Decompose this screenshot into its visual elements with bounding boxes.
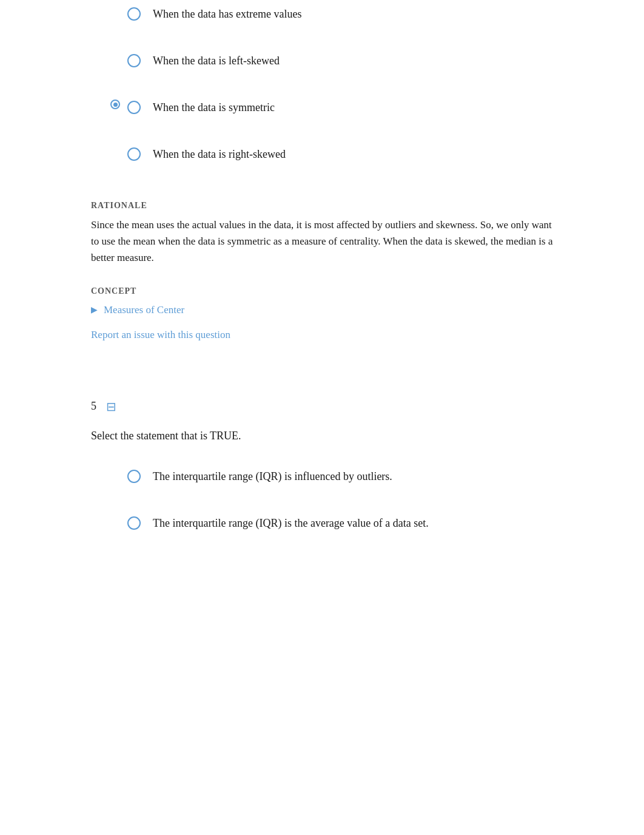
answer-option-3[interactable]: When the data is symmetric xyxy=(91,93,553,116)
answer-option-2[interactable]: When the data is left-skewed xyxy=(91,47,553,69)
answer-text-2: When the data is left-skewed xyxy=(153,55,280,67)
radio-button-4[interactable] xyxy=(127,147,141,161)
answer-option-4[interactable]: When the data is right-skewed xyxy=(91,140,553,163)
answer-text-5a: The interquartile range (IQR) is influen… xyxy=(153,470,392,482)
radio-button-1[interactable] xyxy=(127,7,141,21)
answer-text-1: When the data has extreme values xyxy=(153,8,301,20)
question-prompt: Select the statement that is TRUE. xyxy=(91,428,553,444)
concept-link[interactable]: Measures of Center xyxy=(104,302,184,318)
rationale-label: RATIONALE xyxy=(91,199,553,212)
answer-text-5b: The interquartile range (IQR) is the ave… xyxy=(153,517,429,529)
answer-option-5a[interactable]: The interquartile range (IQR) is influen… xyxy=(91,462,553,485)
question-number-row: 5 ⊟ xyxy=(91,397,553,416)
radio-button-5a[interactable] xyxy=(127,470,141,483)
answer-text-3: When the data is symmetric xyxy=(153,101,275,113)
radio-button-3-right[interactable] xyxy=(127,101,141,114)
answer-text-4: When the data is right-skewed xyxy=(153,148,286,160)
rationale-section: RATIONALE Since the mean uses the actual… xyxy=(91,187,553,266)
concept-link-row: ▶ Measures of Center xyxy=(91,302,553,318)
answer-option-1[interactable]: When the data has extreme values xyxy=(91,0,553,22)
rationale-text: Since the mean uses the actual values in… xyxy=(91,217,553,266)
page-container: When the data has extreme values When th… xyxy=(0,0,644,592)
concept-label: CONCEPT xyxy=(91,285,553,297)
answer-option-5b[interactable]: The interquartile range (IQR) is the ave… xyxy=(91,509,553,532)
report-issue-link[interactable]: Report an issue with this question xyxy=(91,327,553,343)
radio-button-2[interactable] xyxy=(127,54,141,67)
question-number: 5 xyxy=(91,398,96,414)
concept-play-icon: ▶ xyxy=(91,303,98,316)
concept-section: CONCEPT ▶ Measures of Center xyxy=(91,285,553,318)
radio-button-3-left[interactable] xyxy=(110,100,120,109)
bookmark-icon[interactable]: ⊟ xyxy=(106,397,116,416)
radio-button-5b[interactable] xyxy=(127,516,141,530)
